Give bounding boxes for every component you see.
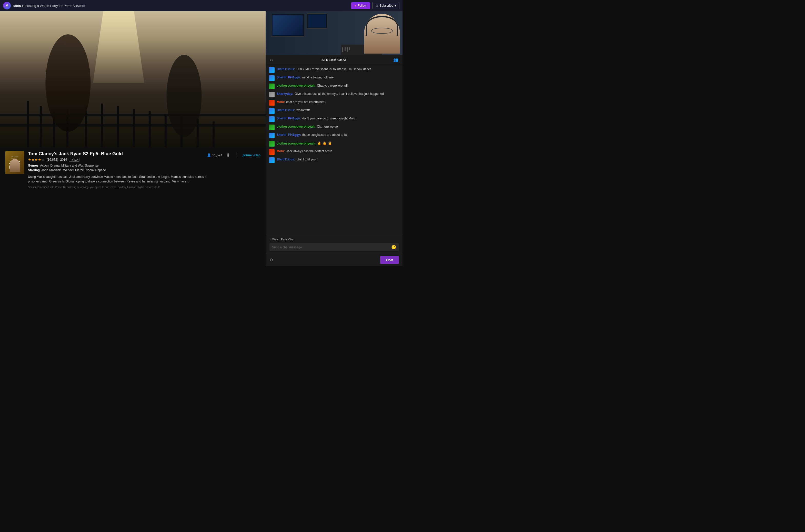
vertical-bar-7 — [117, 106, 119, 147]
chat-msg-content: ctotheseconpowerohyeah: Chat you were wr… — [277, 83, 399, 89]
rating-badge: TV-MA — [69, 158, 79, 162]
chat-username: Blarb11icus: — [277, 108, 295, 112]
chat-input-area: 🙂 — [269, 243, 399, 251]
heart-icon: ♥ — [355, 4, 356, 7]
avatar — [269, 149, 275, 155]
chat-msg-content: Molu: chat are you not entertained? — [277, 100, 399, 106]
info-icon: ℹ — [269, 238, 271, 241]
second-monitor — [307, 13, 327, 29]
chat-message: Blarb11icus: whaattttttt — [269, 108, 399, 114]
show-info-top: AMAZON ORIGINAL JACKRYAN Tom Clancy's Ja… — [5, 151, 261, 189]
chat-msg-content: ctotheseconpowerohyeah: Ok, here we go — [277, 125, 399, 130]
vertical-bar-9 — [149, 111, 151, 147]
viewer-icon: 👤 — [207, 153, 211, 157]
avatar — [269, 100, 275, 106]
share-button[interactable]: ⬆ — [225, 151, 231, 159]
avatar — [269, 133, 275, 138]
more-options-button[interactable]: ⋮ — [233, 151, 240, 159]
main-layout: AMAZON ORIGINAL JACKRYAN Tom Clancy's Ja… — [0, 11, 402, 266]
chat-username: Sheriff_Pi41ggy: — [277, 117, 301, 120]
chat-username: ctotheseconpowerohyeah: — [277, 84, 316, 88]
prime-text: prime — [243, 153, 252, 157]
show-title: Tom Clancy's Jack Ryan S2 Ep5: Blue Gold — [28, 151, 207, 156]
chat-message: Blarb11icus: HOLY MOLY this scene is so … — [269, 67, 399, 73]
manage-chat-icon[interactable]: 👥 — [393, 57, 398, 62]
avatar — [269, 92, 275, 97]
chat-exit-icon: ↦ — [270, 58, 273, 62]
chat-text: mind is blown, hold me — [302, 76, 334, 79]
top-bar-title: Molu is hosting a Watch Party for Prime … — [13, 4, 85, 8]
stream-chat-title: STREAM CHAT — [275, 58, 393, 62]
chat-username: Blarb11icus: — [277, 158, 295, 161]
vertical-bar-1 — [27, 101, 29, 147]
avatar — [269, 67, 275, 73]
chat-message: Molu: chat are you not entertained? — [269, 100, 399, 106]
chat-text: 🤦 🤦 🤦 — [317, 141, 332, 145]
show-description: Using Max's daughter as bait, Jack and H… — [28, 174, 207, 184]
chat-msg-content: Blarb11icus: whaattttttt — [277, 108, 399, 114]
top-bar-actions: ♥ Follow ☆ Subscribe ▾ — [351, 2, 399, 9]
chat-message: Sharkyday: Give this actress all the emm… — [269, 92, 399, 97]
left-content: AMAZON ORIGINAL JACKRYAN Tom Clancy's Ja… — [0, 11, 266, 266]
chat-text: HOLY MOLY this scene is so intense I mus… — [296, 68, 372, 71]
chat-text: Chat you were wrong!! — [317, 84, 348, 88]
avatar — [269, 157, 275, 163]
chat-messages: Blarb11icus: HOLY MOLY this scene is so … — [266, 65, 402, 235]
top-bar: M Molu is hosting a Watch Party for Prim… — [0, 0, 402, 11]
subscribe-button[interactable]: ☆ Subscribe ▾ — [372, 2, 399, 9]
bottom-bar: ⚙ Chat — [266, 254, 402, 266]
show-poster: AMAZON ORIGINAL JACKRYAN — [5, 151, 24, 174]
star-icon: ☆ — [376, 4, 378, 7]
video-thumbnail — [0, 11, 266, 147]
chat-msg-content: Blarb11icus: chat I told you!!! — [277, 157, 399, 163]
chat-message: Sheriff_Pi41ggy: mind is blown, hold me — [269, 75, 399, 81]
chat-username: Sheriff_Pi41ggy: — [277, 133, 301, 137]
star-rating: ★★★★☆ — [28, 158, 44, 162]
chat-username: Sheriff_Pi41ggy: — [277, 76, 301, 79]
chat-text: don't you dare go to sleep tonight Molu — [302, 117, 355, 120]
host-video — [266, 11, 402, 55]
chat-username: ctotheseconpowerohyeah: — [277, 142, 316, 145]
chat-msg-content: Sheriff_Pi41ggy: don't you dare go to sl… — [277, 116, 399, 122]
video-player[interactable] — [0, 11, 266, 147]
year: 2019 — [60, 158, 67, 162]
host-silhouette — [364, 14, 400, 54]
chat-text: those sunglasses are about to fall — [302, 133, 348, 137]
watch-party-section: ℹ Watch Party Chat 🙂 — [266, 235, 402, 254]
settings-button[interactable]: ⚙ — [269, 258, 273, 262]
chat-msg-content: Blarb11icus: HOLY MOLY this scene is so … — [277, 67, 399, 73]
chat-input[interactable] — [272, 246, 389, 249]
small-print: Season 2 included with Prime. By orderin… — [28, 186, 207, 189]
chat-message: ctotheseconpowerohyeah: Chat you were wr… — [269, 83, 399, 89]
chat-header: ↦ STREAM CHAT 👥 — [266, 55, 402, 65]
video-text: video — [252, 153, 261, 157]
info-area: AMAZON ORIGINAL JACKRYAN Tom Clancy's Ja… — [0, 147, 266, 266]
poster-amazon-text: AMAZON — [11, 156, 18, 158]
chat-text: Jack always has the perfect scruff — [286, 149, 332, 153]
emoji-button[interactable]: 🙂 — [391, 245, 396, 250]
watch-party-label: ℹ Watch Party Chat — [269, 238, 399, 241]
chat-msg-content: Sheriff_Pi41ggy: those sunglasses are ab… — [277, 133, 399, 138]
chat-text: Ok, here we go — [317, 125, 338, 128]
avatar — [269, 108, 275, 114]
chat-username: Sharkyday: — [277, 92, 293, 96]
show-genres: Genres Action, Drama, Military and War, … — [28, 164, 207, 167]
chat-message: Blarb11icus: chat I told you!!! — [269, 157, 399, 163]
monitor-screen — [273, 15, 303, 35]
avatar — [269, 141, 275, 147]
chat-send-button[interactable]: Chat — [380, 256, 399, 264]
follow-button[interactable]: ♥ Follow — [351, 2, 370, 9]
chat-text: chat are you not entertained? — [286, 100, 326, 104]
show-actions: 👤 11,574 ⬆ ⋮ prime video — [207, 151, 261, 159]
show-meta: ★★★★☆ (16,672) 2019 TV-MA — [28, 158, 207, 162]
chat-message: ctotheseconpowerohyeah: 🤦 🤦 🤦 — [269, 141, 399, 147]
staircase-railing — [0, 96, 266, 147]
vertical-bar-2 — [40, 106, 42, 147]
chat-msg-content: Sheriff_Pi41ggy: mind is blown, hold me — [277, 75, 399, 81]
avatar — [269, 75, 275, 81]
chat-message: Sheriff_Pi41ggy: don't you dare go to sl… — [269, 116, 399, 122]
vertical-bar-8 — [133, 109, 135, 147]
show-starring: Starring John Krasinski, Wendell Pierce,… — [28, 168, 207, 172]
chat-username: ctotheseconpowerohyeah: — [277, 125, 316, 128]
chat-text: chat I told you!!! — [296, 158, 318, 161]
